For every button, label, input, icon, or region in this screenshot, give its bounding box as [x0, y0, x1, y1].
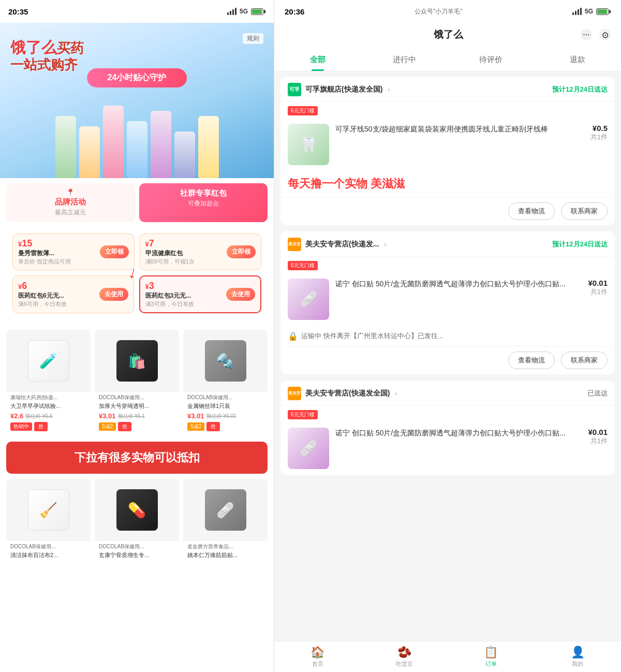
coupon-card-2[interactable]: ¥7 甲流健康红包 满59可用，可领1次 立即领 [140, 233, 262, 270]
deals-icon: 🫘 [397, 646, 411, 659]
shop-arrow-2: › [384, 241, 386, 248]
tag-discount-2: 5减2 [99, 422, 116, 431]
tag-discount-3: 5减2 [187, 422, 204, 431]
coupon-amount-3: ¥6 [18, 281, 67, 291]
brand-activity-card[interactable]: 📍 品牌活动 最高立减元 [6, 183, 135, 222]
more-product-shop-2: DOCOLAB保健用... [95, 541, 179, 550]
tab-bar: 全部 进行中 待评价 退款 [274, 49, 621, 71]
order-status-1: 预计12月24日送达 [552, 85, 608, 94]
social-gift-sub: 可叠加超会 [146, 199, 261, 208]
coupon-name-4: 医药红包3元无... [145, 291, 194, 300]
order-product-info-1: 可孚牙线50支/袋超细家庭装袋装家用便携圆牙线儿童正畸刮牙线棒 [335, 124, 584, 135]
product-name-3: 金属钢丝球1只装 [183, 401, 268, 411]
grab-btn-3[interactable]: 抢 [206, 422, 220, 431]
home-icon: 🏠 [310, 646, 324, 659]
more-product-img-3: 🩹 [183, 479, 268, 541]
grab-btn-2[interactable]: 抢 [118, 422, 131, 431]
more-product-3[interactable]: 🩹 老金磨方营养食品... 姚本仁万痛筋筋贴... [183, 479, 268, 564]
order-header-2: 美夫安 美夫安专营店(快递发... › 预计12月24日送达 [280, 231, 615, 257]
more-product-img-1: 🧹 [6, 479, 91, 541]
price-new-1: ¥2.6 [10, 412, 23, 420]
brand-activity-sub: 最高立减元 [13, 208, 128, 217]
coupon-card-4[interactable]: ¥3 医药红包3元无... 满3可用，今日有效 去使用 [139, 275, 262, 313]
coupon-name-2: 甲流健康红包 [145, 249, 195, 258]
right-network-label: 5G [585, 8, 593, 15]
order-product-count-3: 共1件 [588, 436, 608, 446]
shop-name-1[interactable]: 可孚旗舰店(快递发全国) [305, 85, 382, 94]
more-product-visual-2: 💊 [116, 489, 158, 531]
hero-banner[interactable]: 饿了么买药 一站式购齐 24小时贴心守护 规则 [0, 23, 274, 178]
coupon-desc-2: 满59可用，可领1次 [145, 258, 195, 266]
shop-name-2[interactable]: 美夫安专营店(快递发... [305, 240, 379, 249]
logistics-btn-1[interactable]: 查看物流 [508, 202, 555, 220]
product-card-3[interactable]: 🔩 DOCOLAB保健用... 金属钢丝球1只装 ¥3.01 预估价 ¥5.01… [183, 330, 268, 436]
nav-home-label: 首页 [312, 660, 323, 668]
coupon-btn-3[interactable]: 去使用 [99, 288, 128, 301]
order-price-col-2: ¥0.01 共1件 [588, 279, 608, 297]
free-tag-row-2: 6元无门槛 [280, 257, 615, 272]
shop-logo-3: 美夫安 [288, 387, 301, 400]
order-product-count-1: 共1件 [590, 133, 608, 142]
tag-row-3: 5减2 抢 [183, 421, 268, 432]
app-title: 饿了么 [316, 28, 581, 41]
order-card-1: 可孚 可孚旗舰店(快递发全国) › 预计12月24日送达 6元无门槛 🦷 可孚牙… [280, 77, 615, 225]
coupon-row-bottom: ¥6 医药红包6元无... 满6可用，今日有效 去使用 ¥3 医药红包3元无..… [12, 275, 261, 313]
coupon-card-1[interactable]: ¥15 曼秀雷敦薄... 券后价 指定商品可用 立即领 [12, 233, 135, 270]
product-card-1[interactable]: 🧪 康瑞恒大药房(快递... 大卫早早孕试纸验... ¥2.6 预估价 ¥5.6… [6, 330, 91, 436]
product-visual-1: 🧪 [28, 340, 69, 382]
hero-sub-banner: 24小时贴心守护 [87, 68, 187, 87]
nav-profile-label: 我的 [572, 660, 583, 668]
free-tag-3: 6元无门槛 [288, 410, 318, 419]
camera-icon[interactable]: ⊙ [599, 29, 611, 40]
order-product-name-1: 可孚牙线50支/袋超细家庭装袋装家用便携圆牙线儿童正畸刮牙线棒 [335, 124, 584, 135]
product-img-2: 🛍️ [95, 330, 179, 392]
tab-in-progress[interactable]: 进行中 [361, 49, 448, 71]
profile-icon: 👤 [571, 646, 585, 659]
order-product-img-3: 🩹 [288, 428, 329, 469]
right-status-icons: 5G [572, 8, 611, 15]
more-product-img-2: 💊 [95, 479, 179, 541]
more-products-grid: 🧹 DOCOLAB保健用... 清洁抹布百洁布2... 💊 DOCOLAB保健用… [6, 479, 268, 564]
order-product-img-2: 🩹 [288, 279, 329, 320]
tab-pending-review[interactable]: 待评价 [448, 49, 535, 71]
product-shop-2: DOCOLAB保健用... [95, 392, 179, 401]
coupon-card-3[interactable]: ¥6 医药红包6元无... 满6可用，今日有效 去使用 [12, 275, 134, 313]
social-gift-card[interactable]: 社群专享红包 可叠加超会 [139, 183, 268, 222]
nav-orders[interactable]: 📋 订单 [448, 641, 535, 672]
logistics-btn-2[interactable]: 查看物流 [508, 352, 555, 369]
coupon-btn-4[interactable]: 去使用 [226, 288, 255, 301]
product-img-1: 🧪 [6, 330, 91, 392]
shop-name-3[interactable]: 美夫安专营店(快递发全国) [305, 389, 390, 398]
bottom-nav: 🏠 首页 🫘 吃货豆 📋 订单 👤 我的 [274, 641, 621, 672]
nav-deals[interactable]: 🫘 吃货豆 [361, 641, 448, 672]
coupon-amount-4: ¥3 [145, 281, 194, 291]
products-grid: 🧪 康瑞恒大药房(快递... 大卫早早孕试纸验... ¥2.6 预估价 ¥5.6… [6, 330, 268, 436]
rules-label[interactable]: 规则 [243, 33, 263, 44]
tag-hot-1: 热销中 [10, 422, 32, 431]
product-card-2[interactable]: 🛍️ DOCOLAB保健用... 加厚大号穿绳透明... ¥3.01 预估价 ¥… [95, 330, 179, 436]
coupon-amount-1: ¥15 [18, 238, 71, 249]
brand-icon: 📍 [13, 188, 128, 196]
right-time: 20:36 [285, 7, 304, 16]
price-row-3: ¥3.01 预估价 ¥5.01 [183, 411, 268, 421]
hero-title-line2: 一站式购齐 [10, 57, 84, 73]
coupon-row-top: ¥15 曼秀雷敦薄... 券后价 指定商品可用 立即领 ¥7 甲流健康红包 满5… [12, 233, 261, 270]
coupon-btn-1[interactable]: 立即领 [100, 245, 129, 258]
grab-btn-1[interactable]: 抢 [34, 422, 48, 431]
more-icon[interactable]: ··· [581, 29, 592, 40]
contact-btn-2[interactable]: 联系商家 [561, 352, 608, 369]
coupon-btn-2[interactable]: 立即领 [227, 245, 256, 258]
nav-profile[interactable]: 👤 我的 [535, 641, 622, 672]
tab-all[interactable]: 全部 [274, 49, 361, 71]
coupon-info-3: ¥6 医药红包6元无... 满6可用，今日有效 [18, 281, 67, 308]
tab-refund[interactable]: 退款 [535, 49, 622, 71]
nav-home[interactable]: 🏠 首页 [274, 641, 361, 672]
order-product-price-3: ¥0.01 [588, 428, 608, 436]
product-name-1: 大卫早早孕试纸验... [6, 401, 91, 411]
more-product-1[interactable]: 🧹 DOCOLAB保健用... 清洁抹布百洁布2... [6, 479, 91, 564]
contact-btn-1[interactable]: 联系商家 [561, 202, 608, 220]
order-product-name-3: 诺宁 创口贴 50片/盒无菌防磨脚透气超薄弹力创口贴大号护理小伤口贴... [335, 428, 582, 439]
more-product-2[interactable]: 💊 DOCOLAB保健用... 玄康宁骨质增生专... [95, 479, 179, 564]
order-item-row-3: 🩹 诺宁 创口贴 50片/盒无菌防磨脚透气超薄弹力创口贴大号护理小伤口贴... … [280, 421, 615, 475]
more-product-name-1: 清洁抹布百洁布2... [6, 550, 91, 560]
